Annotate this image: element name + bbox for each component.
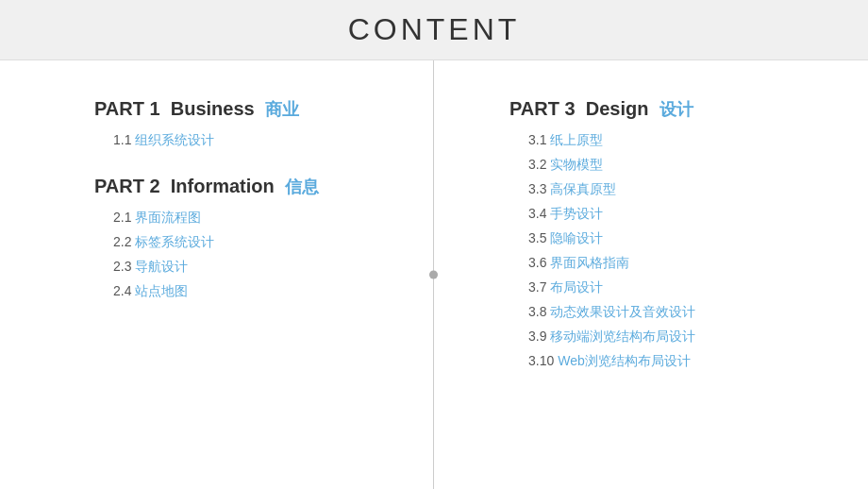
item-text: 隐喻设计 xyxy=(550,230,603,245)
part-heading-part2: PART 2 Information 信息 xyxy=(94,176,395,198)
part-name-en: Business xyxy=(171,98,265,119)
item-number: 3.9 xyxy=(528,329,546,344)
item-text: 实物模型 xyxy=(550,157,603,172)
item-number: 3.4 xyxy=(528,206,546,221)
part-heading-part1: PART 1 Business 商业 xyxy=(94,98,395,121)
item-text: 动态效果设计及音效设计 xyxy=(550,304,695,319)
page-header: CONTENT xyxy=(0,0,868,60)
part-label: PART 3 xyxy=(509,98,586,119)
part-section-part1: PART 1 Business 商业1.1组织系统设计 xyxy=(94,98,395,149)
item-text: 手势设计 xyxy=(550,206,603,221)
part-section-part3: PART 3 Design 设计3.1纸上原型3.2实物模型3.3高保真原型3.… xyxy=(509,98,830,370)
toc-item: 2.1界面流程图 xyxy=(94,210,395,227)
page-title: CONTENT xyxy=(348,12,521,47)
part-name-en: Information xyxy=(171,176,285,196)
item-text: 界面风格指南 xyxy=(550,255,629,270)
part-label: PART 1 xyxy=(94,98,171,119)
item-number: 3.7 xyxy=(528,279,546,295)
item-number: 3.6 xyxy=(528,255,546,270)
toc-item: 3.4手势设计 xyxy=(509,206,830,223)
toc-item: 3.8动态效果设计及音效设计 xyxy=(509,304,830,321)
part-name-en: Design xyxy=(586,98,659,119)
toc-item: 3.9移动端浏览结构布局设计 xyxy=(509,329,830,346)
item-text: Web浏览结构布局设计 xyxy=(558,353,691,368)
part-name-zh: 设计 xyxy=(659,100,693,119)
item-number: 2.3 xyxy=(113,259,131,274)
toc-item: 3.3高保真原型 xyxy=(509,181,830,198)
toc-item: 3.6界面风格指南 xyxy=(509,255,830,272)
toc-item: 2.4站点地图 xyxy=(94,283,395,300)
toc-item: 2.3导航设计 xyxy=(94,259,395,276)
item-text: 站点地图 xyxy=(135,283,188,298)
part-name-zh: 信息 xyxy=(285,177,319,196)
item-number: 3.1 xyxy=(528,132,546,147)
item-text: 移动端浏览结构布局设计 xyxy=(550,329,695,344)
right-column: PART 3 Design 设计3.1纸上原型3.2实物模型3.3高保真原型3.… xyxy=(434,60,868,489)
item-number: 3.3 xyxy=(528,181,546,196)
toc-item: 3.10Web浏览结构布局设计 xyxy=(509,353,830,370)
part-heading-part3: PART 3 Design 设计 xyxy=(509,98,830,121)
left-column: PART 1 Business 商业1.1组织系统设计PART 2 Inform… xyxy=(0,60,434,489)
part-section-part2: PART 2 Information 信息2.1界面流程图2.2标签系统设计2.… xyxy=(94,176,395,300)
item-number: 3.8 xyxy=(528,304,546,319)
item-text: 导航设计 xyxy=(135,259,188,274)
item-number: 2.1 xyxy=(113,210,131,225)
part-name-zh: 商业 xyxy=(265,100,299,119)
item-number: 3.10 xyxy=(528,353,554,368)
item-text: 布局设计 xyxy=(550,279,603,295)
toc-item: 3.7布局设计 xyxy=(509,279,830,296)
toc-item: 3.1纸上原型 xyxy=(509,132,830,149)
item-text: 高保真原型 xyxy=(550,181,616,196)
toc-item: 3.5隐喻设计 xyxy=(509,230,830,247)
item-text: 组织系统设计 xyxy=(135,132,214,147)
item-number: 1.1 xyxy=(113,132,131,147)
item-text: 标签系统设计 xyxy=(135,234,214,249)
item-number: 3.2 xyxy=(528,157,546,172)
toc-item: 1.1组织系统设计 xyxy=(94,132,395,149)
toc-item: 2.2标签系统设计 xyxy=(94,234,395,251)
part-label: PART 2 xyxy=(94,176,171,196)
item-text: 纸上原型 xyxy=(550,132,603,147)
toc-item: 3.2实物模型 xyxy=(509,157,830,174)
item-number: 2.2 xyxy=(113,234,131,249)
item-number: 2.4 xyxy=(113,283,131,298)
item-text: 界面流程图 xyxy=(135,210,201,225)
divider-dot xyxy=(429,271,438,279)
item-number: 3.5 xyxy=(528,230,546,245)
content-area: PART 1 Business 商业1.1组织系统设计PART 2 Inform… xyxy=(0,60,868,489)
